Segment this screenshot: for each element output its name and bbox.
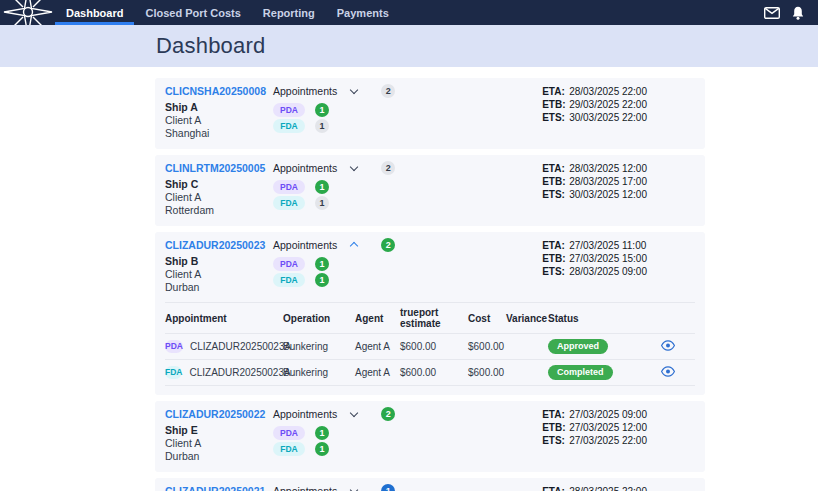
- table-header-cell: trueport estimate: [400, 303, 468, 333]
- fda-count-badge: 1: [315, 119, 329, 133]
- mail-icon[interactable]: [764, 7, 780, 19]
- pda-badge: PDA: [273, 426, 305, 440]
- appointments-toggle[interactable]: Appointments 2: [273, 161, 542, 175]
- compass-logo[interactable]: [0, 0, 55, 25]
- card-ref-link[interactable]: CLIZADUR20250021: [165, 484, 273, 491]
- vessel-card: CLIZADUR20250022 Ship E Client A Durban …: [155, 401, 705, 472]
- chevron-icon[interactable]: [350, 242, 358, 250]
- chevron-icon[interactable]: [350, 85, 358, 93]
- appointments-count-badge: 2: [381, 84, 395, 98]
- status-badge: Approved: [548, 339, 608, 354]
- status-cell: Completed: [548, 360, 652, 385]
- etb-value: 28/03/2025 17:00: [569, 175, 647, 188]
- cards-list: CLICNSHA20250008 Ship A Client A Shangha…: [155, 78, 705, 491]
- fda-badge: FDA: [273, 196, 305, 210]
- card-ref-link[interactable]: CLINLRTM20250005: [165, 161, 273, 175]
- client-name: Client A: [165, 268, 273, 281]
- tab-closed-port-costs[interactable]: Closed Port Costs: [134, 0, 251, 25]
- page-header-band: Dashboard: [0, 25, 818, 67]
- fda-row: FDA 1: [273, 118, 542, 134]
- appointments-label: Appointments: [273, 162, 337, 174]
- appointments-count-badge: 2: [381, 238, 395, 252]
- estimate-cell: $600.00: [400, 362, 468, 383]
- pda-row: PDA 1: [273, 179, 542, 195]
- table-header-cell: Agent: [355, 309, 400, 328]
- eta-value: 27/03/2025 09:00: [569, 408, 647, 421]
- chevron-icon[interactable]: [350, 162, 358, 170]
- fda-count-badge: 1: [315, 273, 329, 287]
- pda-count-badge: 1: [315, 180, 329, 194]
- ets-value: 30/03/2025 22:00: [569, 111, 647, 124]
- appointments-toggle[interactable]: Appointments 2: [273, 84, 542, 98]
- bell-icon[interactable]: [792, 6, 804, 20]
- appointment-row: FDACLIZADUR20250023ABunkeringAgent A$600…: [165, 360, 695, 386]
- schedule-block: ETA:28/03/2025 22:00 ETB:29/03/2025 09:0…: [542, 485, 695, 491]
- ets-label: ETS:: [542, 188, 569, 201]
- pda-count-badge: 1: [315, 257, 329, 271]
- eye-icon[interactable]: [661, 366, 675, 377]
- pda-badge: PDA: [273, 180, 305, 194]
- fda-badge: FDA: [273, 273, 305, 287]
- agent-cell: Agent A: [355, 336, 400, 357]
- nav-tabs: Dashboard Closed Port Costs Reporting Pa…: [55, 0, 400, 25]
- view-cell: [652, 335, 695, 358]
- fda-count-badge: 1: [315, 442, 329, 456]
- tab-reporting[interactable]: Reporting: [252, 0, 326, 25]
- ship-name: Ship A: [165, 101, 273, 114]
- pda-row: PDA 1: [273, 256, 542, 272]
- schedule-block: ETA:27/03/2025 09:00 ETB:27/03/2025 12:0…: [542, 408, 695, 463]
- fda-row: FDA 1: [273, 441, 542, 457]
- table-header-cell: Appointment: [165, 309, 283, 328]
- port-name: Rotterdam: [165, 204, 273, 217]
- fda-badge: FDA: [165, 366, 182, 380]
- chevron-icon[interactable]: [350, 408, 358, 416]
- card-ref-link[interactable]: CLIZADUR20250022: [165, 407, 273, 421]
- pda-row: PDA 1: [273, 102, 542, 118]
- eta-value: 27/03/2025 11:00: [569, 239, 646, 252]
- variance-cell: [506, 368, 548, 378]
- card-ref-link[interactable]: CLICNSHA20250008: [165, 84, 273, 98]
- chevron-icon[interactable]: [350, 485, 358, 491]
- appointments-toggle[interactable]: Appointments 2: [273, 238, 542, 252]
- fda-row: FDA 1: [273, 272, 542, 288]
- variance-cell: [506, 342, 548, 352]
- client-name: Client A: [165, 191, 273, 204]
- appointment-cell: FDACLIZADUR20250023A: [165, 361, 283, 385]
- view-cell: [652, 361, 695, 384]
- pda-badge: PDA: [273, 257, 305, 271]
- appointment-ref: CLIZADUR20250023A: [190, 341, 291, 352]
- page-title: Dashboard: [156, 33, 265, 59]
- nav-icon-group: [764, 0, 818, 25]
- ets-label: ETS:: [542, 111, 569, 124]
- ets-value: 27/03/2025 22:00: [569, 434, 647, 447]
- etb-label: ETB:: [542, 421, 569, 434]
- fda-count-badge: 1: [315, 196, 329, 210]
- tab-payments[interactable]: Payments: [326, 0, 400, 25]
- ship-name: Ship B: [165, 255, 273, 268]
- vessel-card: CLINLRTM20250005 Ship C Client A Rotterd…: [155, 155, 705, 226]
- tab-dashboard[interactable]: Dashboard: [55, 0, 134, 25]
- eye-icon[interactable]: [661, 340, 675, 351]
- schedule-block: ETA:28/03/2025 12:00 ETB:28/03/2025 17:0…: [542, 162, 695, 217]
- eta-label: ETA:: [542, 239, 569, 252]
- appointments-toggle[interactable]: Appointments 1: [273, 484, 542, 491]
- etb-label: ETB:: [542, 175, 569, 188]
- appointment-cell: PDACLIZADUR20250023A: [165, 335, 283, 359]
- etb-value: 29/03/2025 22:00: [569, 98, 647, 111]
- agent-cell: Agent A: [355, 362, 400, 383]
- main-content: CLICNSHA20250008 Ship A Client A Shangha…: [0, 67, 818, 491]
- appointments-label: Appointments: [273, 408, 337, 420]
- schedule-block: ETA:28/03/2025 22:00 ETB:29/03/2025 22:0…: [542, 85, 695, 140]
- pda-badge: PDA: [165, 340, 183, 354]
- fda-badge: FDA: [273, 442, 305, 456]
- card-ref-link[interactable]: CLIZADUR20250023: [165, 238, 273, 252]
- estimate-cell: $600.00: [400, 336, 468, 357]
- fda-badge: FDA: [273, 119, 305, 133]
- eta-label: ETA:: [542, 162, 569, 175]
- eta-value: 28/03/2025 12:00: [569, 162, 647, 175]
- client-name: Client A: [165, 437, 273, 450]
- appointment-ref: CLIZADUR20250023A: [189, 367, 290, 378]
- vessel-card: CLIZADUR20250021 Ship D Client A Durban …: [155, 478, 705, 491]
- appointments-toggle[interactable]: Appointments 2: [273, 407, 542, 421]
- ets-label: ETS:: [542, 265, 569, 278]
